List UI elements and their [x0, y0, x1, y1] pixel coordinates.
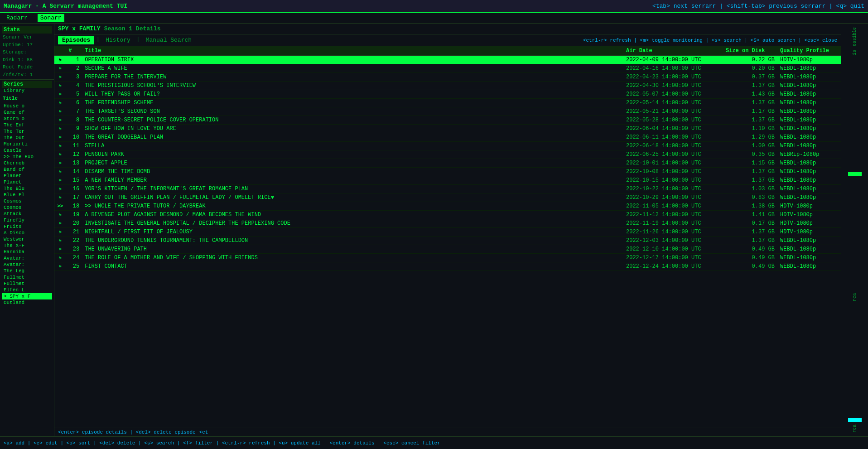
series-item-disco[interactable]: A Disco — [2, 230, 52, 236]
tab-radarr[interactable]: Radarr — [4, 14, 30, 22]
table-row[interactable]: ⚑21NIGHTFALL / FIRST FIT OF JEALOUSY2022… — [54, 228, 841, 237]
series-item-cherno[interactable]: Chernob — [2, 160, 52, 166]
table-row[interactable]: ⚑13PROJECT APPLE2022-10-01 14:00:00 UTC1… — [54, 159, 841, 168]
series-item-storm[interactable]: Storm o — [2, 116, 52, 122]
stats-title: Stats — [2, 26, 52, 34]
tab-manual-search[interactable]: Manual Search — [142, 36, 196, 44]
series-item-house[interactable]: House o — [2, 103, 52, 109]
series-item-blu[interactable]: The Blu — [2, 185, 52, 192]
series-tag: SPY x FAMILY — [58, 25, 101, 32]
series-item-out[interactable]: The Out — [2, 135, 52, 141]
series-item-mori[interactable]: Moriarti — [2, 141, 52, 147]
tab-history[interactable]: History — [101, 36, 135, 44]
ep-size: 1.15 GB — [723, 159, 777, 168]
ep-quality: WEBDL-1080p — [777, 193, 841, 202]
ep-size: 1.37 GB — [723, 82, 777, 90]
ep-title: SECURE A WIFE — [82, 64, 623, 73]
col-num: # — [66, 46, 82, 56]
table-row[interactable]: ⚑16YOR'S KITCHEN / THE INFORMANT'S GREAT… — [54, 185, 841, 193]
table-row[interactable]: ⚑23THE UNWAVERING PATH2022-12-10 14:00:0… — [54, 245, 841, 254]
table-row[interactable]: ⚑8THE COUNTER-SECRET POLICE COVER OPERAT… — [54, 116, 841, 125]
series-item-full2[interactable]: Fullmet — [2, 280, 52, 287]
series-item-avatar1[interactable]: Avatar: — [2, 255, 52, 261]
ep-size: 1.29 GB — [723, 133, 777, 142]
series-item-planet2[interactable]: Planet — [2, 179, 52, 185]
table-row[interactable]: ⚑2SECURE A WIFE2022-04-16 14:00:00 UTC0.… — [54, 64, 841, 73]
ep-title: NIGHTFALL / FIRST FIT OF JEALOUSY — [82, 228, 623, 237]
ep-title: THE ROLE OF A MOTHER AND WIFE / SHOPPING… — [82, 254, 623, 262]
ep-airdate: 2022-12-24 14:00:00 UTC — [623, 262, 723, 271]
right-text-rca1: rca — [850, 291, 859, 303]
series-item-enf[interactable]: The Enf — [2, 122, 52, 128]
table-row[interactable]: ⚑19A REVENGE PLOT AGAINST DESMOND / MAMA… — [54, 211, 841, 219]
series-item-cosmos2[interactable]: Cosmos — [2, 204, 52, 211]
series-item-blupl[interactable]: Blue Pl — [2, 192, 52, 198]
series-item-exo[interactable]: >> The Exo — [2, 154, 52, 160]
table-row[interactable]: ⚑22THE UNDERGROUND TENNIS TOURNAMENT: TH… — [54, 237, 841, 245]
table-row[interactable]: ⚑4THE PRESTIGIOUS SCHOOL'S INTERVIEW2022… — [54, 82, 841, 90]
ep-title: THE COUNTER-SECRET POLICE COVER OPERATIO… — [82, 116, 623, 125]
series-item-outland[interactable]: Outland — [2, 299, 52, 306]
table-row[interactable]: ⚑25FIRST CONTACT2022-12-24 14:00:00 UTC0… — [54, 262, 841, 271]
ep-num: 17 — [66, 193, 82, 202]
tab-bar: Radarr Sonarr — [0, 13, 868, 24]
table-row[interactable]: ⚑1OPERATION STRIX2022-04-09 14:00:00 UTC… — [54, 56, 841, 64]
ep-num: 10 — [66, 133, 82, 142]
table-row[interactable]: ⚑17CARRY OUT THE GRIFFIN PLAN / FULLMETA… — [54, 193, 841, 202]
series-item-game[interactable]: Game of — [2, 109, 52, 116]
ep-airdate: 2022-10-08 14:00:00 UTC — [623, 168, 723, 176]
ep-airdate: 2022-11-05 14:00:00 UTC — [623, 202, 723, 211]
episodes-container[interactable]: # Title Air Date Size on Disk Quality Pr… — [54, 46, 841, 428]
series-item-avatar2[interactable]: Avatar: — [2, 261, 52, 268]
series-item-castle[interactable]: Castle — [2, 147, 52, 154]
table-row[interactable]: ⚑5WILL THEY PASS OR FAIL?2022-05-07 14:0… — [54, 90, 841, 99]
table-row[interactable]: ⚑7THE TARGET'S SECOND SON2022-05-21 14:0… — [54, 107, 841, 116]
table-row[interactable]: ⚑9SHOW OFF HOW IN LOVE YOU ARE2022-06-04… — [54, 125, 841, 133]
series-item-xf[interactable]: The X-F — [2, 242, 52, 249]
table-row[interactable]: >>18>> UNCLE THE PRIVATE TUTOR / DAYBREA… — [54, 202, 841, 211]
table-row[interactable]: ⚑3PREPARE FOR THE INTERVIEW2022-04-23 14… — [54, 73, 841, 82]
table-row[interactable]: ⚑20INVESTIGATE THE GENERAL HOSPITAL / DE… — [54, 219, 841, 228]
ep-num: 25 — [66, 262, 82, 271]
tab-sonarr[interactable]: Sonarr — [38, 14, 64, 22]
ep-num: 8 — [66, 116, 82, 125]
table-row[interactable]: ⚑14DISARM THE TIME BOMB2022-10-08 14:00:… — [54, 168, 841, 176]
series-item-band[interactable]: Band of — [2, 166, 52, 173]
series-item-fruits[interactable]: Fruits — [2, 223, 52, 230]
table-row[interactable]: ⚑15A NEW FAMILY MEMBER2022-10-15 14:00:0… — [54, 176, 841, 185]
detail-header: SPY x FAMILY Season 1 Details — [54, 24, 841, 34]
ep-quality: WEBRip-1080p — [777, 150, 841, 159]
series-item-cosmos1[interactable]: Cosmos — [2, 198, 52, 204]
tab-episodes[interactable]: Episodes — [58, 36, 94, 44]
series-item-elfen[interactable]: Elfen L — [2, 287, 52, 293]
table-row[interactable]: ⚑24THE ROLE OF A MOTHER AND WIFE / SHOPP… — [54, 254, 841, 262]
series-item-hannibal[interactable]: Hanniba — [2, 249, 52, 255]
ep-size: 1.17 GB — [723, 107, 777, 116]
series-item-planet1[interactable]: Planet — [2, 173, 52, 179]
col-icon — [54, 46, 66, 56]
center-panel: SPY x FAMILY Season 1 Details Episodes |… — [54, 24, 841, 436]
ep-title: STELLA — [82, 142, 623, 150]
series-item-spy[interactable]: > SPY x F — [2, 293, 52, 299]
ep-title: YOR'S KITCHEN / THE INFORMANT'S GREAT RO… — [82, 185, 623, 193]
series-item-firefly[interactable]: Firefly — [2, 217, 52, 223]
ep-num: 5 — [66, 90, 82, 99]
series-item-ter[interactable]: The Ter — [2, 128, 52, 135]
table-row[interactable]: ⚑12PENGUIN PARK2022-06-25 14:00:00 UTC0.… — [54, 150, 841, 159]
stat-root: Root Folde — [2, 63, 52, 71]
top-bar: Managarr - A Servarr management TUI <tab… — [0, 0, 868, 13]
ep-title: PROJECT APPLE — [82, 159, 623, 168]
table-row[interactable]: ⚑10THE GREAT DODGEBALL PLAN2022-06-11 14… — [54, 133, 841, 142]
monitor-icon: ⚑ — [54, 176, 66, 185]
series-item-full1[interactable]: Fullmet — [2, 274, 52, 280]
monitor-icon: ⚑ — [54, 245, 66, 254]
ep-airdate: 2022-10-01 14:00:00 UTC — [623, 159, 723, 168]
table-row[interactable]: ⚑11STELLA2022-06-18 14:00:00 UTC1.00 GBW… — [54, 142, 841, 150]
ep-num: 4 — [66, 82, 82, 90]
series-item-attack[interactable]: Attack — [2, 211, 52, 217]
series-item-leg[interactable]: The Leg — [2, 268, 52, 274]
monitor-icon: ⚑ — [54, 82, 66, 90]
monitor-icon: ⚑ — [54, 193, 66, 202]
table-row[interactable]: ⚑6THE FRIENDSHIP SCHEME2022-05-14 14:00:… — [54, 99, 841, 107]
series-item-west[interactable]: Westwor — [2, 236, 52, 242]
